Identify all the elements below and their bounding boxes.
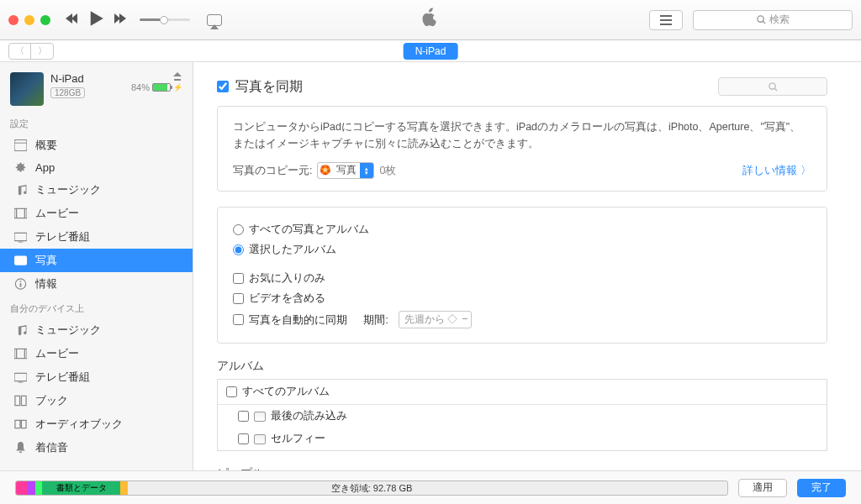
sidebar-item-summary[interactable]: 概要 [0, 134, 193, 157]
prev-track-button[interactable] [66, 12, 79, 28]
sidebar-item-d-music[interactable]: ミュージック [0, 318, 193, 342]
sidebar-item-label: 概要 [35, 138, 57, 153]
airplay-icon[interactable] [207, 14, 222, 26]
album-label: 最後の読み込み [271, 409, 347, 423]
info-icon [13, 278, 27, 290]
sidebar-item-tv[interactable]: テレビ番組 [0, 225, 193, 249]
copy-from-select[interactable]: 🏵️ 写真 ▴▾ [317, 162, 374, 179]
nav-back-button[interactable]: 〈 [9, 44, 31, 59]
sidebar-item-info[interactable]: 情報 [0, 272, 193, 296]
sidebar-item-label: テレビ番組 [35, 370, 90, 385]
svg-rect-5 [14, 139, 27, 150]
nav-forward-button[interactable]: 〉 [31, 44, 53, 59]
sidebar-item-label: 着信音 [35, 440, 68, 455]
battery-percent: 84% [131, 82, 150, 92]
apply-button[interactable]: 適用 [738, 479, 787, 497]
radio-selected-albums[interactable]: 選択したアルバム [233, 239, 811, 260]
volume-slider[interactable] [140, 18, 190, 21]
svg-point-22 [769, 82, 774, 88]
next-track-button[interactable] [113, 12, 126, 28]
device-thumbnail [10, 72, 44, 106]
free-space-label: 空き領域: 92.78 GB [331, 481, 413, 494]
check-favorites[interactable]: お気に入りのみ [233, 268, 811, 288]
books-icon [13, 395, 27, 407]
album-icon [254, 412, 266, 422]
svg-rect-19 [24, 349, 24, 358]
device-pill[interactable]: N-iPad [404, 43, 458, 60]
top-toolbar: 検索 [0, 0, 861, 40]
photos-icon [13, 255, 27, 266]
transport-controls [66, 10, 222, 29]
svg-point-16 [19, 281, 21, 282]
sidebar-item-photos[interactable]: 写真 [0, 249, 193, 272]
sidebar-item-label: ブック [35, 393, 68, 408]
close-window-button[interactable] [8, 15, 18, 25]
svg-line-23 [774, 88, 777, 91]
period-select[interactable]: 先週から ◇ [399, 311, 472, 328]
albums-list: すべてのアルバム 最後の読み込みセルフィー [217, 379, 827, 451]
sidebar-item-label: 情報 [35, 276, 57, 291]
album-icon [254, 434, 266, 444]
check-include-videos[interactable]: ビデオを含める [233, 288, 811, 308]
album-row[interactable]: セルフィー [218, 428, 827, 450]
sidebar-item-label: オーディオブック [35, 417, 123, 432]
info-box: コンピュータからiPadにコピーする写真を選択できます。iPadのカメラロールの… [217, 106, 827, 192]
album-row[interactable]: 最後の読み込み [218, 405, 827, 428]
search-icon [769, 82, 778, 92]
photos-search-input[interactable] [718, 77, 827, 96]
sidebar-item-d-audiobooks[interactable]: オーディオブック [0, 412, 193, 436]
sidebar-item-label: 写真 [35, 253, 57, 268]
done-button[interactable]: 完了 [797, 479, 846, 497]
charging-icon: ⚡ [173, 83, 182, 92]
sidebar-section-settings: 設定 [0, 111, 193, 134]
sync-photos-checkbox[interactable] [217, 81, 229, 92]
svg-rect-1 [660, 19, 672, 21]
nav-row: 〈 〉 N-iPad [0, 40, 861, 62]
search-icon [757, 15, 766, 24]
album-label: セルフィー [271, 432, 325, 446]
sidebar-item-d-tv[interactable]: テレビ番組 [0, 365, 193, 389]
tones-icon [13, 442, 27, 454]
movies-icon [13, 348, 27, 360]
music-icon [13, 184, 27, 196]
capacity-bar[interactable]: 書類とデータ 空き領域: 92.78 GB [15, 480, 728, 496]
eject-icon[interactable] [172, 72, 182, 81]
sidebar-item-music[interactable]: ミュージック [0, 178, 193, 202]
svg-rect-10 [14, 233, 27, 240]
info-text: コンピュータからiPadにコピーする写真を選択できます。iPadのカメラロールの… [233, 118, 811, 152]
device-header[interactable]: N-iPad 128GB 84% ⚡ [0, 67, 193, 111]
maximize-window-button[interactable] [40, 15, 50, 25]
check-auto-sync[interactable]: 写真を自動的に同期 期間:先週から ◇ [233, 308, 811, 331]
tv-icon [13, 371, 27, 383]
chevron-updown-icon: ▴▾ [360, 163, 373, 178]
svg-rect-0 [660, 15, 672, 17]
copy-from-label: 写真のコピー元: [233, 162, 312, 179]
radio-all-photos[interactable]: すべての写真とアルバム [233, 219, 811, 239]
sidebar-section-on-device: 自分のデバイス上 [0, 296, 193, 318]
sidebar-item-d-movies[interactable]: ムービー [0, 342, 193, 365]
minimize-window-button[interactable] [24, 15, 34, 25]
battery-icon [152, 83, 171, 92]
list-view-button[interactable] [649, 10, 683, 30]
albums-all-row[interactable]: すべてのアルバム [218, 380, 827, 405]
copy-from-value: 写真 [333, 162, 360, 178]
device-name: N-iPad [50, 72, 124, 85]
search-input[interactable]: 検索 [693, 10, 853, 30]
period-label: 期間: [363, 312, 388, 328]
sidebar-item-label: テレビ番組 [35, 229, 90, 244]
window-controls [8, 15, 50, 25]
sidebar-item-app[interactable]: App [0, 157, 193, 178]
sidebar-item-d-tones[interactable]: 着信音 [0, 436, 193, 459]
svg-rect-2 [660, 24, 672, 25]
sidebar-item-movies[interactable]: ムービー [0, 202, 193, 225]
options-box: すべての写真とアルバム 選択したアルバム お気に入りのみ ビデオを含める 写真を… [217, 207, 827, 344]
chevron-right-icon: 〉 [800, 162, 811, 179]
play-button[interactable] [87, 10, 104, 29]
summary-icon [13, 139, 27, 151]
sidebar-item-d-books[interactable]: ブック [0, 389, 193, 412]
tv-icon [13, 231, 27, 243]
svg-rect-18 [15, 349, 16, 358]
photos-app-icon: 🏵️ [318, 163, 333, 178]
audiobooks-icon [13, 418, 27, 430]
more-info-link[interactable]: 詳しい情報〉 [742, 162, 811, 179]
